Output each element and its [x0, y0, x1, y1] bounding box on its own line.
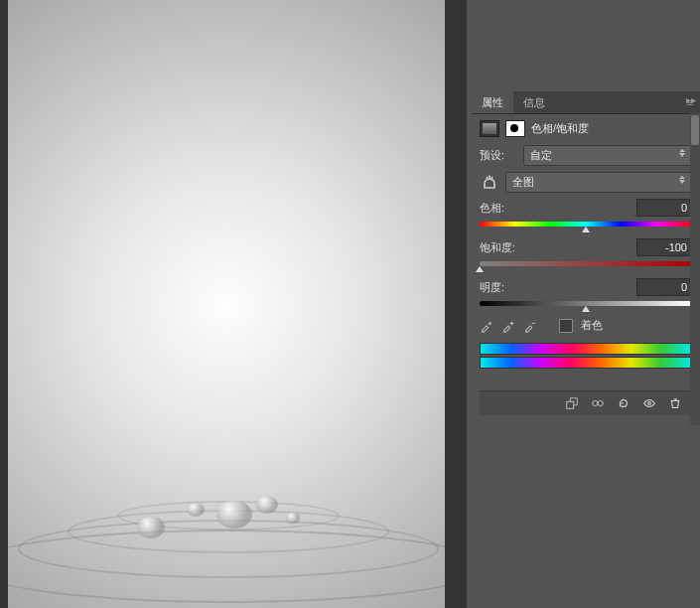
saturation-slider: 饱和度: -100 [480, 238, 692, 270]
spectrum-top [480, 343, 692, 355]
svg-point-2 [598, 400, 603, 405]
adjustment-thumb-icon [480, 120, 499, 137]
range-value: 全图 [512, 175, 534, 190]
preset-select[interactable]: 自定 [523, 145, 692, 166]
eyedropper-plus-icon[interactable] [501, 319, 515, 333]
document-canvas[interactable] [8, 0, 445, 608]
clip-to-layer-icon[interactable] [561, 394, 583, 412]
view-previous-icon[interactable] [587, 394, 609, 412]
water-image [8, 459, 445, 608]
adjustment-title: 色相/饱和度 [531, 121, 589, 136]
preset-value: 自定 [530, 148, 552, 163]
saturation-value[interactable]: -100 [636, 238, 692, 256]
range-select[interactable]: 全图 [505, 172, 692, 193]
properties-panel: 属性 信息 ▸▸ ≡ 色相/饱和度 预设: 自定 全图 [472, 91, 700, 425]
hue-thumb[interactable] [582, 227, 590, 232]
layer-mask-icon[interactable] [505, 120, 525, 137]
lightness-slider: 明度: 0 [480, 278, 692, 310]
svg-rect-0 [567, 401, 574, 408]
eyedropper-icon[interactable] [480, 319, 493, 333]
panel-body: 色相/饱和度 预设: 自定 全图 色相: 0 [472, 114, 700, 425]
spectrum-bottom [480, 357, 692, 369]
range-row: 全图 [480, 172, 692, 193]
hue-label: 色相: [480, 201, 504, 216]
saturation-thumb[interactable] [476, 266, 484, 272]
hue-track[interactable] [480, 219, 692, 230]
lightness-thumb[interactable] [582, 306, 590, 312]
visibility-icon[interactable] [638, 394, 660, 412]
preset-label: 预设: [480, 148, 517, 163]
lightness-value[interactable]: 0 [636, 278, 692, 296]
hue-value[interactable]: 0 [636, 199, 692, 217]
eyedropper-row: 着色 [480, 318, 692, 333]
svg-point-1 [593, 400, 598, 405]
svg-point-3 [648, 402, 651, 405]
panel-tabbar: 属性 信息 ▸▸ ≡ [472, 91, 700, 114]
lightness-label: 明度: [480, 280, 504, 295]
delete-icon[interactable] [664, 394, 686, 412]
saturation-track[interactable] [480, 258, 692, 270]
tab-properties[interactable]: 属性 [472, 91, 513, 113]
reset-icon[interactable] [613, 394, 634, 412]
collapse-icon[interactable]: ▸▸ [660, 91, 680, 113]
scrollbar-thumb[interactable] [691, 115, 699, 145]
panel-footer [480, 390, 692, 415]
tab-info[interactable]: 信息 [513, 91, 555, 113]
colorize-label: 着色 [581, 318, 603, 333]
hue-slider: 色相: 0 [480, 199, 692, 230]
panel-scrollbar[interactable] [690, 113, 700, 425]
preset-row: 预设: 自定 [480, 145, 692, 166]
colorize-checkbox[interactable] [559, 319, 573, 333]
eyedropper-minus-icon[interactable] [523, 319, 537, 333]
lightness-track[interactable] [480, 298, 692, 310]
adjustment-header: 色相/饱和度 [480, 120, 692, 137]
targeted-adjust-icon[interactable] [480, 174, 499, 192]
workspace [0, 0, 467, 608]
saturation-label: 饱和度: [480, 240, 515, 255]
